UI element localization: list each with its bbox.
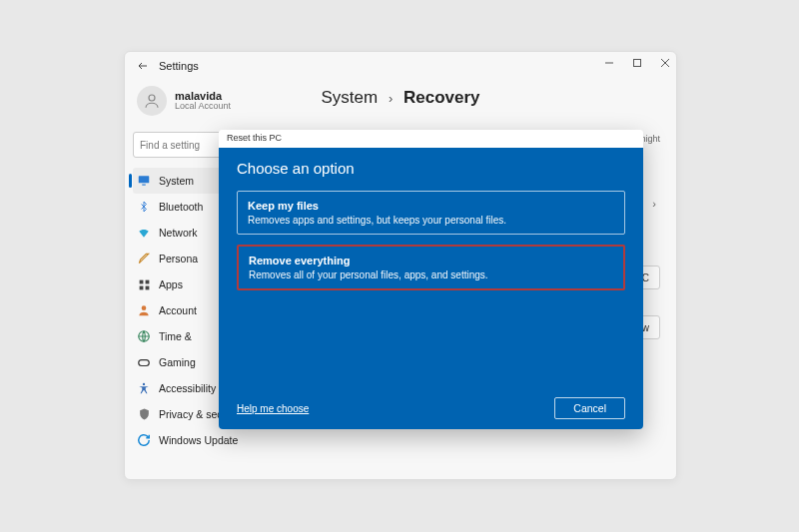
maximize-button[interactable]: [630, 56, 644, 70]
bluetooth-icon: [137, 200, 151, 214]
svg-rect-9: [139, 285, 143, 289]
search-placeholder: Find a setting: [140, 140, 200, 151]
close-button[interactable]: [658, 56, 672, 70]
display-icon: [137, 174, 151, 188]
accounts-icon: [137, 303, 151, 317]
dialog-heading: Choose an option: [237, 160, 625, 177]
reset-pc-dialog: Reset this PC Choose an option Keep my f…: [219, 130, 643, 429]
option-desc: Removes all of your personal files, apps…: [249, 269, 613, 280]
breadcrumb-leaf: Recovery: [403, 88, 480, 107]
svg-rect-7: [139, 279, 143, 283]
sidebar-item-label: Time &: [159, 330, 192, 342]
svg-point-11: [142, 305, 147, 310]
sidebar-item-label: Network: [159, 227, 198, 239]
titlebar: Settings: [125, 52, 676, 80]
svg-rect-6: [142, 185, 146, 186]
update-icon: [137, 433, 151, 447]
option-keep-my-files[interactable]: Keep my files Removes apps and settings,…: [237, 191, 625, 235]
option-remove-everything[interactable]: Remove everything Removes all of your pe…: [237, 245, 625, 290]
sidebar-item-label: Gaming: [159, 356, 196, 368]
minimize-button[interactable]: [602, 56, 616, 70]
sidebar-item[interactable]: Windows Update: [133, 427, 251, 453]
header: malavida Local Account System › Recovery: [125, 80, 676, 132]
sidebar-item-label: Accessibility: [159, 382, 216, 394]
help-me-choose-link[interactable]: Help me choose: [237, 403, 309, 414]
sidebar-item-label: Windows Update: [159, 434, 238, 446]
wifi-icon: [137, 226, 151, 240]
apps-icon: [137, 277, 151, 291]
cancel-button[interactable]: Cancel: [554, 397, 625, 419]
sidebar-item-label: System: [159, 175, 194, 187]
breadcrumb: System › Recovery: [125, 88, 676, 108]
sidebar-item-label: Persona: [159, 253, 198, 265]
option-title: Keep my files: [248, 200, 614, 212]
shield-icon: [137, 407, 151, 421]
settings-window: Settings malavida Local Account System ›…: [124, 51, 677, 480]
sidebar-item-label: Bluetooth: [159, 201, 203, 213]
breadcrumb-root[interactable]: System: [321, 88, 378, 107]
gaming-icon: [137, 355, 151, 369]
dialog-title: Reset this PC: [219, 130, 643, 148]
sidebar-item-label: Account: [159, 304, 197, 316]
svg-rect-5: [139, 176, 150, 183]
svg-rect-13: [139, 360, 150, 366]
window-controls: [602, 56, 672, 70]
svg-point-14: [143, 383, 145, 385]
svg-rect-8: [145, 279, 149, 283]
svg-rect-1: [634, 60, 641, 67]
svg-rect-10: [145, 285, 149, 289]
chevron-right-icon: ›: [389, 91, 393, 106]
option-title: Remove everything: [249, 255, 613, 266]
accessibility-icon: [137, 381, 151, 395]
window-title: Settings: [159, 60, 199, 72]
chevron-right-icon[interactable]: ›: [648, 198, 660, 210]
sidebar-item-label: Apps: [159, 278, 183, 290]
option-desc: Removes apps and settings, but keeps you…: [248, 215, 614, 226]
globe-icon: [137, 329, 151, 343]
back-button[interactable]: [133, 56, 153, 76]
brush-icon: [137, 252, 151, 266]
